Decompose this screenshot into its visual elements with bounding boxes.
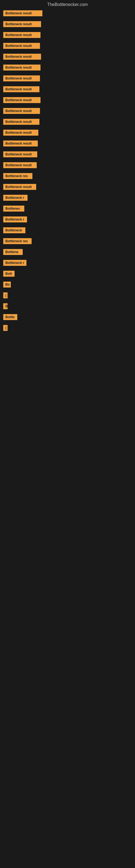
list-item: Bottlenec <box>3 206 133 212</box>
list-item: Bottleneck result <box>3 65 133 70</box>
list-item: Bottleneck result <box>3 130 133 135</box>
bottleneck-badge[interactable]: Bottleneck res <box>3 173 32 179</box>
bottleneck-badge[interactable]: Bottleneck result <box>3 43 40 49</box>
list-item: B <box>3 303 133 309</box>
site-title: TheBottlenecker.com <box>0 0 135 10</box>
bottleneck-badge[interactable]: Bottleneck res <box>3 238 32 244</box>
bottleneck-badge[interactable]: Bottleneck r <box>3 260 27 266</box>
list-item: Bottleneck res <box>3 173 133 179</box>
list-item: | <box>3 292 133 299</box>
bottleneck-badge[interactable]: Bottleneck result <box>3 75 40 82</box>
bottleneck-badge[interactable]: Bottleneck r <box>3 216 27 222</box>
list-item: Bottleneck r <box>3 260 133 266</box>
bottleneck-badge[interactable]: Bottleneck result <box>3 65 41 70</box>
bottleneck-badge[interactable]: Bottleneck result <box>3 184 36 190</box>
bottleneck-badge[interactable]: Bo <box>3 282 11 287</box>
bottleneck-badge[interactable]: Bottleneck result <box>3 32 41 38</box>
bottleneck-badge[interactable]: Bottleneck result <box>3 21 41 27</box>
bottleneck-badge[interactable]: Bottlene <box>3 249 23 255</box>
list-item: Bottleneck r <box>3 216 133 222</box>
list-item: Bottleneck result <box>3 54 133 60</box>
list-item: Bottleneck result <box>3 97 133 103</box>
list-item: | <box>3 325 133 331</box>
bottleneck-badge[interactable]: Bottleneck result <box>3 130 38 135</box>
bottleneck-badge[interactable]: Bottle <box>3 314 17 320</box>
items-container: Bottleneck resultBottleneck resultBottle… <box>0 10 135 331</box>
list-item: Bottleneck result <box>3 151 133 157</box>
bottleneck-badge[interactable]: Bottleneck result <box>3 162 37 168</box>
list-item: Bottleneck result <box>3 141 133 147</box>
list-item: Bott <box>3 271 133 277</box>
list-item: Bottle <box>3 314 133 320</box>
bottleneck-badge[interactable]: Bottleneck result <box>3 97 41 103</box>
list-item: Bottleneck result <box>3 108 133 114</box>
list-item: Bottleneck result <box>3 32 133 38</box>
bottleneck-badge[interactable]: Bottleneck result <box>3 10 42 16</box>
list-item: Bottleneck result <box>3 10 133 16</box>
bottleneck-badge[interactable]: | <box>3 325 8 331</box>
list-item: Bottleneck <box>3 227 133 233</box>
list-item: Bottleneck result <box>3 21 133 27</box>
list-item: Bottleneck result <box>3 162 133 168</box>
bottleneck-badge[interactable]: Bottleneck result <box>3 141 38 147</box>
list-item: Bo <box>3 282 133 287</box>
list-item: Bottleneck result <box>3 43 133 49</box>
bottleneck-badge[interactable]: | <box>3 292 8 299</box>
bottleneck-badge[interactable]: Bott <box>3 271 14 277</box>
bottleneck-badge[interactable]: Bottleneck result <box>3 108 40 114</box>
list-item: Bottleneck result <box>3 184 133 190</box>
bottleneck-badge[interactable]: Bottlenec <box>3 206 24 212</box>
list-item: Bottleneck r <box>3 195 133 201</box>
list-item: Bottleneck res <box>3 238 133 244</box>
bottleneck-badge[interactable]: B <box>3 303 8 309</box>
bottleneck-badge[interactable]: Bottleneck result <box>3 151 37 157</box>
bottleneck-badge[interactable]: Bottleneck result <box>3 119 39 125</box>
list-item: Bottleneck result <box>3 86 133 92</box>
bottleneck-badge[interactable]: Bottleneck result <box>3 54 41 60</box>
list-item: Bottleneck result <box>3 75 133 82</box>
bottleneck-badge[interactable]: Bottleneck result <box>3 86 39 92</box>
bottleneck-badge[interactable]: Bottleneck r <box>3 195 28 201</box>
list-item: Bottlene <box>3 249 133 255</box>
list-item: Bottleneck result <box>3 119 133 125</box>
bottleneck-badge[interactable]: Bottleneck <box>3 227 26 233</box>
